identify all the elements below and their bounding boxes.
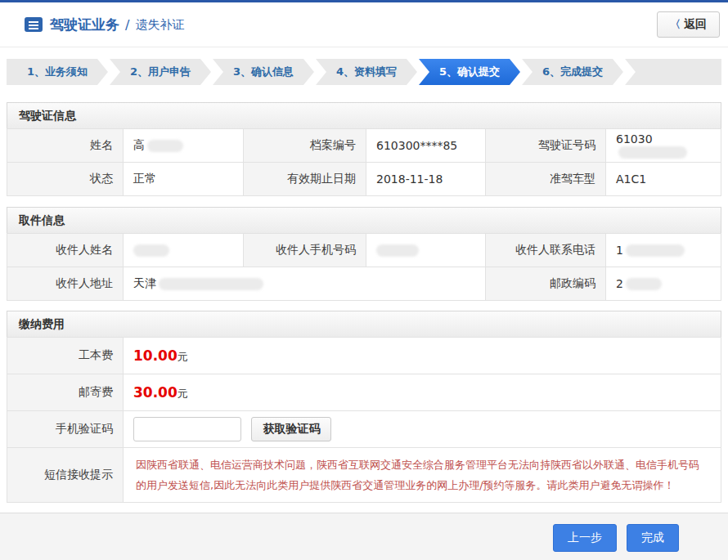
step-1-business-notes[interactable]: 1、业务须知: [7, 59, 108, 85]
field-value-valid-until: 2018-11-18: [366, 163, 486, 196]
table-row: 收件人地址 天津 邮政编码 2: [7, 267, 721, 301]
field-value-sms-code: 获取验证码: [124, 411, 721, 448]
pickup-info-table: 收件人姓名 收件人手机号码 收件人联系电话 1 收件人地址 天津 邮政编码 2: [7, 233, 721, 301]
step-2-user-declaration[interactable]: 2、用户申告: [110, 59, 211, 85]
step-5-confirm-submit[interactable]: 5、确认提交: [419, 59, 520, 85]
chevron-left-icon: 〈: [670, 17, 681, 32]
step-4-fill-materials[interactable]: 4、资料填写: [316, 59, 417, 85]
mailing-fee-unit: 元: [178, 388, 188, 400]
field-label-production-fee: 工本费: [7, 338, 124, 374]
section-license-info: 驾驶证信息 姓名 高 档案编号 610300****85 驾驶证号码 61030…: [7, 102, 721, 196]
field-value-sms-notice: 因陕西省联通、电信运营商技术问题，陕西省互联网交通安全综合服务管理平台无法向持陕…: [124, 448, 721, 503]
field-label-recipient-phone: 收件人联系电话: [486, 234, 606, 267]
section-pickup-info: 取件信息 收件人姓名 收件人手机号码 收件人联系电话 1 收件人地址 天津 邮政…: [7, 207, 721, 301]
header: 驾驶证业务 / 遗失补证 〈 返回: [0, 2, 728, 47]
field-value-status: 正常: [124, 163, 244, 196]
field-label-name: 姓名: [7, 129, 124, 163]
table-row: 手机验证码 获取验证码: [7, 411, 721, 448]
section-title-payment: 缴纳费用: [7, 311, 721, 337]
field-value-vehicle-class: A1C1: [606, 163, 721, 196]
back-button[interactable]: 〈 返回: [657, 11, 720, 38]
field-label-recipient-address: 收件人地址: [7, 267, 124, 301]
field-label-file-no: 档案编号: [244, 129, 366, 163]
table-row: 短信接收提示 因陕西省联通、电信运营商技术问题，陕西省互联网交通安全综合服务管理…: [7, 448, 721, 503]
field-label-recipient-mobile: 收件人手机号码: [244, 234, 366, 267]
table-row: 邮寄费 30.00元: [7, 374, 721, 411]
field-label-sms-notice: 短信接收提示: [7, 448, 124, 503]
field-label-valid-until: 有效期止日期: [244, 163, 366, 196]
production-fee-amount: 10.00: [133, 347, 178, 364]
step-3-confirm-info[interactable]: 3、确认信息: [213, 59, 314, 85]
redacted-value: [626, 244, 685, 257]
field-label-license-no: 驾驶证号码: [486, 129, 606, 163]
field-label-postal-code: 邮政编码: [486, 267, 606, 301]
field-value-recipient-phone: 1: [606, 234, 721, 267]
list-icon: [25, 17, 43, 32]
breadcrumb-separator: /: [125, 17, 129, 33]
back-button-label: 返回: [684, 17, 707, 32]
field-value-file-no: 610300****85: [366, 129, 486, 163]
field-label-status: 状态: [7, 163, 124, 196]
step-6-complete-submit[interactable]: 6、完成提交: [522, 59, 623, 85]
field-value-license-no: 61030: [606, 129, 721, 163]
table-row: 状态 正常 有效期止日期 2018-11-18 准驾车型 A1C1: [7, 163, 721, 196]
footer-action-bar: 上一步 完成: [0, 513, 728, 560]
field-label-sms-code: 手机验证码: [7, 411, 124, 448]
redacted-value: [618, 146, 687, 159]
redacted-value: [133, 244, 169, 257]
finish-button[interactable]: 完成: [627, 524, 679, 552]
field-value-recipient-name: [124, 234, 244, 267]
page-title: 驾驶证业务: [50, 16, 119, 34]
field-label-mailing-fee: 邮寄费: [7, 374, 124, 411]
payment-table: 工本费 10.00元 邮寄费 30.00元 手机验证码 获取验证码 短信接收提: [7, 337, 721, 503]
sms-notice-text: 因陕西省联通、电信运营商技术问题，陕西省互联网交通安全综合服务管理平台无法向持陕…: [136, 455, 708, 495]
field-value-production-fee: 10.00元: [124, 338, 721, 374]
field-label-vehicle-class: 准驾车型: [486, 163, 606, 196]
step-bar-filler: [625, 59, 721, 85]
production-fee-unit: 元: [178, 351, 188, 363]
breadcrumb-current: 遗失补证: [135, 17, 184, 33]
section-payment-fees: 缴纳费用 工本费 10.00元 邮寄费 30.00元 手机验证码 获取验证码: [7, 311, 721, 503]
field-value-recipient-address: 天津: [124, 267, 486, 301]
table-row: 收件人姓名 收件人手机号码 收件人联系电话 1: [7, 234, 721, 267]
field-value-recipient-mobile: [366, 234, 486, 267]
license-info-table: 姓名 高 档案编号 610300****85 驾驶证号码 61030 状态 正常…: [7, 128, 721, 196]
step-progress-bar: 1、业务须知 2、用户申告 3、确认信息 4、资料填写 5、确认提交 6、完成提…: [7, 59, 721, 85]
table-row: 姓名 高 档案编号 610300****85 驾驶证号码 61030: [7, 129, 721, 163]
table-row: 工本费 10.00元: [7, 338, 721, 374]
redacted-value: [147, 140, 183, 152]
section-title-pickup: 取件信息: [7, 207, 721, 233]
get-sms-code-button[interactable]: 获取验证码: [251, 417, 331, 441]
field-value-name: 高: [124, 129, 244, 163]
previous-step-button[interactable]: 上一步: [553, 524, 617, 552]
field-value-mailing-fee: 30.00元: [124, 374, 721, 411]
mailing-fee-amount: 30.00: [133, 384, 178, 401]
redacted-value: [376, 244, 419, 257]
redacted-value: [626, 278, 662, 290]
sms-code-input[interactable]: [133, 417, 241, 441]
section-title-license: 驾驶证信息: [7, 102, 721, 128]
page: 驾驶证业务 / 遗失补证 〈 返回 1、业务须知 2、用户申告 3、确认信息 4…: [0, 0, 728, 560]
field-value-postal-code: 2: [606, 267, 721, 301]
redacted-value: [159, 278, 263, 290]
field-label-recipient-name: 收件人姓名: [7, 234, 124, 267]
